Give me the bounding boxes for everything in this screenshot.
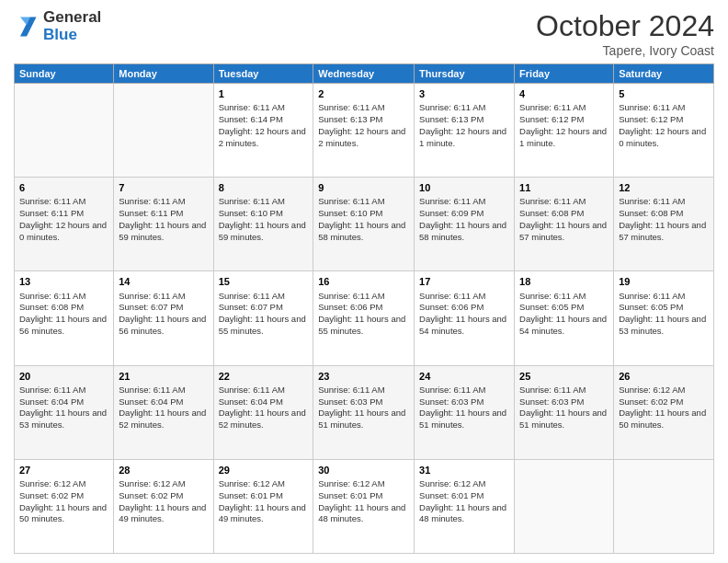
day-cell: 13Sunrise: 6:11 AM Sunset: 6:08 PM Dayli…	[15, 271, 114, 365]
calendar-table: SundayMondayTuesdayWednesdayThursdayFrid…	[14, 63, 714, 554]
week-row-2: 6Sunrise: 6:11 AM Sunset: 6:11 PM Daylig…	[15, 178, 714, 271]
header-cell-saturday: Saturday	[614, 64, 714, 84]
day-info: Sunrise: 6:11 AM Sunset: 6:11 PM Dayligh…	[119, 196, 208, 243]
day-number: 10	[419, 181, 509, 194]
day-info: Sunrise: 6:11 AM Sunset: 6:04 PM Dayligh…	[119, 385, 208, 431]
day-number: 16	[318, 275, 409, 288]
day-info: Sunrise: 6:11 AM Sunset: 6:14 PM Dayligh…	[219, 102, 309, 149]
day-cell: 12Sunrise: 6:11 AM Sunset: 6:08 PM Dayli…	[614, 178, 714, 271]
day-cell: 9Sunrise: 6:11 AM Sunset: 6:10 PM Daylig…	[313, 178, 415, 271]
day-number: 9	[318, 181, 409, 194]
day-number: 18	[519, 275, 609, 288]
day-info: Sunrise: 6:11 AM Sunset: 6:06 PM Dayligh…	[419, 291, 509, 338]
day-info: Sunrise: 6:11 AM Sunset: 6:10 PM Dayligh…	[318, 196, 409, 243]
day-number: 26	[619, 370, 709, 383]
day-info: Sunrise: 6:11 AM Sunset: 6:13 PM Dayligh…	[318, 102, 409, 149]
header-cell-friday: Friday	[515, 64, 614, 84]
day-info: Sunrise: 6:11 AM Sunset: 6:03 PM Dayligh…	[318, 385, 409, 431]
header-cell-monday: Monday	[114, 64, 213, 84]
day-cell: 4Sunrise: 6:11 AM Sunset: 6:12 PM Daylig…	[515, 84, 614, 178]
day-info: Sunrise: 6:11 AM Sunset: 6:05 PM Dayligh…	[519, 291, 609, 338]
day-info: Sunrise: 6:11 AM Sunset: 6:04 PM Dayligh…	[219, 385, 309, 431]
day-number: 17	[419, 275, 509, 288]
day-cell: 18Sunrise: 6:11 AM Sunset: 6:05 PM Dayli…	[515, 271, 614, 365]
day-number: 28	[119, 464, 208, 477]
day-number: 14	[119, 275, 208, 288]
day-info: Sunrise: 6:12 AM Sunset: 6:02 PM Dayligh…	[119, 478, 208, 525]
header-cell-thursday: Thursday	[415, 64, 515, 84]
day-cell: 3Sunrise: 6:11 AM Sunset: 6:13 PM Daylig…	[415, 84, 515, 178]
day-cell: 2Sunrise: 6:11 AM Sunset: 6:13 PM Daylig…	[313, 84, 415, 178]
day-info: Sunrise: 6:11 AM Sunset: 6:08 PM Dayligh…	[519, 196, 609, 243]
day-number: 13	[19, 275, 108, 288]
day-number: 21	[119, 370, 208, 383]
day-info: Sunrise: 6:11 AM Sunset: 6:04 PM Dayligh…	[19, 385, 108, 431]
logo-icon	[14, 14, 40, 40]
day-number: 22	[219, 370, 309, 383]
day-cell: 6Sunrise: 6:11 AM Sunset: 6:11 PM Daylig…	[15, 178, 114, 271]
day-info: Sunrise: 6:12 AM Sunset: 6:02 PM Dayligh…	[19, 478, 108, 525]
day-cell	[515, 459, 614, 553]
day-cell: 10Sunrise: 6:11 AM Sunset: 6:09 PM Dayli…	[415, 178, 515, 271]
day-info: Sunrise: 6:12 AM Sunset: 6:01 PM Dayligh…	[219, 478, 309, 525]
day-info: Sunrise: 6:11 AM Sunset: 6:12 PM Dayligh…	[519, 102, 609, 149]
day-info: Sunrise: 6:11 AM Sunset: 6:10 PM Dayligh…	[219, 196, 309, 243]
day-info: Sunrise: 6:12 AM Sunset: 6:01 PM Dayligh…	[419, 478, 509, 525]
day-number: 30	[318, 464, 409, 477]
day-number: 23	[318, 370, 409, 383]
day-info: Sunrise: 6:11 AM Sunset: 6:13 PM Dayligh…	[419, 102, 509, 149]
day-info: Sunrise: 6:11 AM Sunset: 6:05 PM Dayligh…	[619, 291, 709, 338]
day-cell: 5Sunrise: 6:11 AM Sunset: 6:12 PM Daylig…	[614, 84, 714, 178]
day-cell: 20Sunrise: 6:11 AM Sunset: 6:04 PM Dayli…	[15, 365, 114, 459]
week-row-3: 13Sunrise: 6:11 AM Sunset: 6:08 PM Dayli…	[15, 271, 714, 365]
day-cell: 17Sunrise: 6:11 AM Sunset: 6:06 PM Dayli…	[415, 271, 515, 365]
day-cell: 28Sunrise: 6:12 AM Sunset: 6:02 PM Dayli…	[114, 459, 213, 553]
day-info: Sunrise: 6:11 AM Sunset: 6:09 PM Dayligh…	[419, 196, 509, 243]
day-cell: 19Sunrise: 6:11 AM Sunset: 6:05 PM Dayli…	[614, 271, 714, 365]
day-info: Sunrise: 6:11 AM Sunset: 6:03 PM Dayligh…	[519, 385, 609, 431]
day-cell: 27Sunrise: 6:12 AM Sunset: 6:02 PM Dayli…	[15, 459, 114, 553]
day-number: 5	[619, 87, 709, 100]
day-number: 6	[19, 181, 108, 194]
day-number: 29	[219, 464, 309, 477]
day-number: 8	[219, 181, 309, 194]
day-info: Sunrise: 6:11 AM Sunset: 6:06 PM Dayligh…	[318, 291, 409, 338]
day-info: Sunrise: 6:11 AM Sunset: 6:08 PM Dayligh…	[619, 196, 709, 243]
header: General Blue October 2024 Tapere, Ivory …	[14, 9, 714, 58]
day-number: 15	[219, 275, 309, 288]
day-number: 3	[419, 87, 509, 100]
day-number: 24	[419, 370, 509, 383]
day-number: 19	[619, 275, 709, 288]
logo-text-blue: Blue	[43, 27, 101, 44]
day-cell: 22Sunrise: 6:11 AM Sunset: 6:04 PM Dayli…	[213, 365, 313, 459]
day-cell: 29Sunrise: 6:12 AM Sunset: 6:01 PM Dayli…	[213, 459, 313, 553]
day-cell: 26Sunrise: 6:12 AM Sunset: 6:02 PM Dayli…	[614, 365, 714, 459]
day-cell: 24Sunrise: 6:11 AM Sunset: 6:03 PM Dayli…	[415, 365, 515, 459]
day-cell	[15, 84, 114, 178]
day-cell: 11Sunrise: 6:11 AM Sunset: 6:08 PM Dayli…	[515, 178, 614, 271]
day-cell: 25Sunrise: 6:11 AM Sunset: 6:03 PM Dayli…	[515, 365, 614, 459]
day-number: 7	[119, 181, 208, 194]
day-cell: 21Sunrise: 6:11 AM Sunset: 6:04 PM Dayli…	[114, 365, 213, 459]
logo-text-general: General	[43, 9, 101, 27]
header-cell-tuesday: Tuesday	[213, 64, 313, 84]
day-cell: 14Sunrise: 6:11 AM Sunset: 6:07 PM Dayli…	[114, 271, 213, 365]
day-number: 1	[219, 87, 309, 100]
day-number: 25	[519, 370, 609, 383]
day-info: Sunrise: 6:12 AM Sunset: 6:01 PM Dayligh…	[318, 478, 409, 525]
day-number: 11	[519, 181, 609, 194]
day-number: 27	[19, 464, 108, 477]
day-cell: 23Sunrise: 6:11 AM Sunset: 6:03 PM Dayli…	[313, 365, 415, 459]
day-cell: 30Sunrise: 6:12 AM Sunset: 6:01 PM Dayli…	[313, 459, 415, 553]
day-info: Sunrise: 6:11 AM Sunset: 6:07 PM Dayligh…	[219, 291, 309, 338]
day-cell: 15Sunrise: 6:11 AM Sunset: 6:07 PM Dayli…	[213, 271, 313, 365]
header-cell-sunday: Sunday	[15, 64, 114, 84]
day-info: Sunrise: 6:11 AM Sunset: 6:08 PM Dayligh…	[19, 291, 108, 338]
day-number: 2	[318, 87, 409, 100]
day-cell: 1Sunrise: 6:11 AM Sunset: 6:14 PM Daylig…	[213, 84, 313, 178]
location: Tapere, Ivory Coast	[536, 43, 714, 58]
month-title: October 2024	[536, 9, 714, 43]
day-info: Sunrise: 6:11 AM Sunset: 6:03 PM Dayligh…	[419, 385, 509, 431]
calendar-page: General Blue October 2024 Tapere, Ivory …	[0, 0, 728, 563]
day-cell: 31Sunrise: 6:12 AM Sunset: 6:01 PM Dayli…	[415, 459, 515, 553]
